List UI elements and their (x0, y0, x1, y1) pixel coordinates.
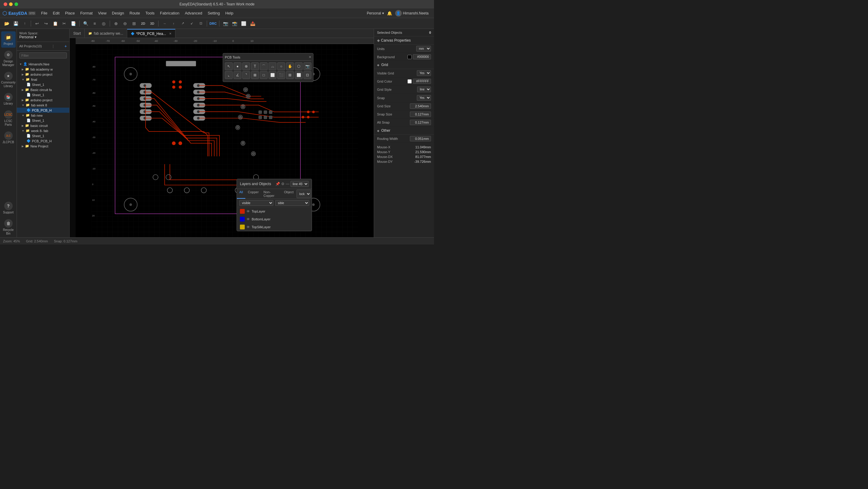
menu-format[interactable]: Format (78, 10, 95, 17)
layers-tab-object[interactable]: Object (281, 189, 296, 199)
pcb-tool-keepout[interactable]: ⬜ (295, 71, 303, 79)
grid-color-field[interactable]: #FFFFFF (407, 79, 431, 84)
routing-width-value[interactable]: 0.051mm (410, 136, 431, 142)
menu-view[interactable]: View (96, 10, 109, 17)
account-selector[interactable]: Personal ▾ (367, 11, 384, 16)
tree-item-fab-new-sheet[interactable]: 📄 Sheet_1 (17, 118, 69, 123)
menu-fabrication[interactable]: Fabrication (158, 10, 182, 17)
tree-item-week8-sheet[interactable]: 📄 Sheet_1 (17, 133, 69, 139)
tree-item-arduino[interactable]: ▶ 📁 arduino project (17, 72, 69, 77)
layers-tab-copper[interactable]: Copper (245, 189, 261, 199)
toolbar-paste[interactable]: 📑 (69, 19, 78, 28)
menu-place[interactable]: Place (63, 10, 78, 17)
angle-select[interactable]: line 45° line 90° line any (290, 181, 309, 187)
pcb-tool-rect-sel[interactable]: ⊠ (251, 71, 259, 79)
toolbar-redo[interactable]: ↪ (42, 19, 50, 28)
topsilklayer-eye[interactable]: 👁 (247, 225, 250, 229)
menu-tools[interactable]: Tools (143, 10, 157, 17)
tree-item-week8-pcb[interactable]: 🔷 PCB_PCB_H (17, 139, 69, 144)
tree-item-final[interactable]: ▼ 📁 final (17, 77, 69, 82)
sidebar-item-commonly-library[interactable]: ★ Commonly Library (1, 70, 16, 90)
tree-item-user[interactable]: ▼ 👤 Himanshi.Nee (17, 61, 69, 67)
menu-help[interactable]: Help (223, 10, 236, 17)
sible-select[interactable]: sible (275, 200, 309, 206)
background-color-field[interactable]: #000000 (407, 54, 431, 59)
toolbar-route-v[interactable]: ↑ (169, 19, 178, 28)
pcb-tool-rect[interactable]: □ (260, 71, 268, 79)
layer-toplayer[interactable]: 👁 TopLayer (237, 207, 312, 215)
toolbar-2d[interactable]: 2D (139, 19, 147, 28)
tree-item-final-sheet[interactable]: 📄 Sheet_1 (17, 82, 69, 87)
toolbar-export-img[interactable]: 📷 (221, 19, 230, 28)
tree-item-new-project[interactable]: ▶ 📁 New Project (17, 144, 69, 149)
toolbar-cut[interactable]: ✂ (60, 19, 68, 28)
filter-input[interactable] (19, 53, 67, 59)
toolbar-route-h[interactable]: → (160, 19, 169, 28)
toolbar-share[interactable]: 📤 (248, 19, 257, 28)
pcb-tool-angle[interactable]: ∠ (234, 71, 241, 79)
toolbar-drc[interactable]: DRC (209, 19, 217, 28)
toolbar-3d[interactable]: 3D (148, 19, 156, 28)
pcb-tool-measure[interactable]: ⌝ (242, 71, 250, 79)
layers-tab-all[interactable]: All (237, 189, 245, 199)
visible-grid-select[interactable]: Yes No (417, 70, 431, 76)
pcb-tool-copper-area[interactable]: ⬛ (277, 71, 285, 79)
sidebar-item-support[interactable]: ? Support (1, 200, 16, 216)
toolbar-undo[interactable]: ↩ (33, 19, 41, 28)
tree-item-basic-sheet[interactable]: 📄 Sheet_1 (17, 92, 69, 97)
toolbar-copy[interactable]: 📋 (51, 19, 59, 28)
notification-icon[interactable]: 🔔 (387, 11, 392, 16)
units-select[interactable]: mm mil inch (416, 46, 431, 52)
menu-design[interactable]: Design (110, 10, 126, 17)
layers-pin-icon[interactable]: 📌 (276, 182, 280, 186)
toolbar-save[interactable]: 💾 (11, 19, 20, 28)
sidebar-item-project[interactable]: 📁 Project (1, 31, 16, 48)
user-account[interactable]: 👤 Himanshi.Neeta (395, 10, 429, 17)
pcb-tool-photo[interactable]: 📷 (304, 62, 311, 70)
lock-select[interactable]: lock (297, 190, 311, 198)
sidebar-item-design-manager[interactable]: ⚙ Design Manager (1, 49, 16, 69)
pcb-tool-arc2[interactable]: ⌓ (269, 62, 276, 70)
menu-edit[interactable]: Edit (50, 10, 62, 17)
toolbar-zoom-in[interactable]: ⊕ (112, 19, 120, 28)
grid-style-select[interactable]: line dot (417, 87, 431, 92)
window-controls[interactable] (4, 2, 18, 6)
grid-size-value[interactable]: 2.540mm (410, 103, 431, 109)
toolbar-zoom-out[interactable]: ⊖ (121, 19, 129, 28)
pcb-tool-hand[interactable]: ✋ (286, 62, 294, 70)
pcb-tools-close[interactable]: ✕ (309, 55, 311, 59)
pcb-tool-text[interactable]: T (251, 62, 259, 70)
menu-file[interactable]: File (38, 10, 50, 17)
toolbar-screenshot[interactable]: 📸 (230, 19, 239, 28)
tree-item-week8-fab[interactable]: ▼ 📁 week 8- fab (17, 128, 69, 133)
pcb-canvas[interactable]: -80 -70 -60 -50 -40 -30 -20 -10 0 10 (70, 38, 374, 237)
sidebar-item-lcsc[interactable]: LCSC LCSC Parts (1, 109, 16, 128)
minimize-button[interactable] (9, 2, 13, 6)
tree-item-pcb-head[interactable]: 🔷 PCB_PCB_H (17, 108, 69, 113)
toolbar-upload[interactable]: ↑ (21, 19, 29, 28)
layers-tab-non-copper[interactable]: Non-Copper (261, 189, 281, 199)
tree-item-fab-new[interactable]: ▼ 📁 fab new (17, 113, 69, 118)
pcb-tool-select[interactable]: ↖ (225, 62, 233, 70)
layers-dash-icon[interactable]: — (286, 182, 289, 186)
toolbar-fit[interactable]: ⊞ (130, 19, 138, 28)
pcb-tool-circle[interactable]: ○ (277, 62, 285, 70)
tree-item-fab-week8[interactable]: ▼ 📁 fab week 8 (17, 102, 69, 108)
new-project-btn[interactable]: + (64, 44, 67, 49)
tab-close-icon[interactable]: ✕ (169, 32, 172, 35)
layers-settings-icon[interactable]: ⚙ (281, 182, 284, 186)
sidebar-item-library[interactable]: 📚 Library (1, 91, 16, 107)
toolbar-layers[interactable]: ◎ (99, 19, 108, 28)
sidebar-item-jlcpcb[interactable]: JLC JLCPCB (1, 130, 16, 146)
pcb-tool-arc1[interactable]: ⌒ (260, 62, 268, 70)
pcb-tool-3d[interactable]: ⊡ (304, 71, 311, 79)
bottomlayer-eye[interactable]: 👁 (247, 217, 250, 221)
tree-item-fab-academy[interactable]: ▶ 📁 fab academy w (17, 67, 69, 72)
pcb-tool-polygon[interactable]: ⬡ (295, 62, 303, 70)
tab-pcb-head[interactable]: 🔷 *PCB_PCB_Hea... ✕ (127, 29, 176, 38)
menu-advanced[interactable]: Advanced (182, 10, 205, 17)
tab-fab-academy[interactable]: 📁 fab academy we... (85, 29, 127, 38)
pcb-tool-via[interactable]: ⊗ (242, 62, 250, 70)
tree-item-arduino2[interactable]: ▶ 📁 arduino project (17, 97, 69, 102)
snap-size-value[interactable]: 0.127mm (410, 112, 431, 117)
